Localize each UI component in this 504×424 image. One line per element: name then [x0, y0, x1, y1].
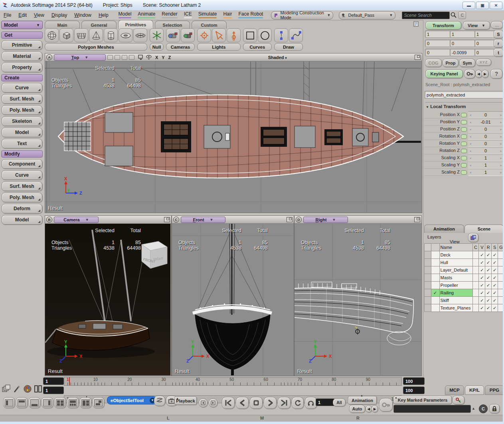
prev-key-icon[interactable]: ◀	[475, 70, 482, 78]
memo-cam-4[interactable]	[129, 55, 134, 60]
maximize-button[interactable]: ▣	[476, 2, 489, 9]
memo-cam-2[interactable]	[115, 55, 120, 60]
playback-menu-button[interactable]: ▲Playback	[174, 396, 197, 405]
translate-z-field[interactable]: 0	[474, 49, 495, 56]
sidebar-item-create-surf-mesh[interactable]: Surf. Mesh◢	[2, 94, 42, 104]
rotate-z-field[interactable]: 0	[474, 39, 495, 47]
layout-preset-7-button[interactable]	[80, 397, 91, 408]
menu-help[interactable]: Help	[95, 12, 112, 18]
viewport-a-canvas[interactable]: SelectedTotalObjects185Triangles45386449…	[45, 61, 421, 212]
layer-row-propeller[interactable]: Propeller✓✓✓	[425, 282, 504, 289]
object-name-field[interactable]: polymsh_extracted	[425, 91, 504, 99]
shelf-circle-curve-icon[interactable]	[258, 28, 272, 42]
tab-main[interactable]: Main	[45, 21, 80, 29]
tab-general[interactable]: General	[81, 21, 117, 29]
param-field-scaling-z[interactable]: ◂1▸	[468, 169, 503, 176]
memo-cam-3[interactable]	[122, 55, 127, 60]
layout-preset-4-button[interactable]	[42, 397, 53, 408]
play-button[interactable]	[264, 397, 277, 409]
menu-edit[interactable]: Edit	[15, 12, 30, 18]
transform-more-button[interactable]: ...	[491, 21, 503, 29]
menu-display[interactable]: Display	[48, 12, 71, 18]
animation-menu-button[interactable]: ▲Animation	[348, 396, 377, 404]
go-start-button[interactable]	[222, 397, 235, 409]
xyz-filter-button[interactable]: XYZ	[476, 59, 491, 66]
tab-primitives[interactable]: Primitives	[118, 20, 153, 29]
local-transform-header[interactable]: ▼ Local Transform	[426, 104, 466, 109]
module-select[interactable]: Model▼	[1, 21, 43, 29]
module-menu-simulate[interactable]: Simulate	[195, 11, 220, 18]
key-marked-params-button[interactable]: ▲Key Marked Parameters	[393, 396, 452, 404]
scale-z-field[interactable]: 1	[474, 30, 495, 38]
module-menu-model[interactable]: Model	[115, 11, 135, 18]
prev-keyframe-icon[interactable]: ◀	[366, 405, 372, 412]
layout-preset-1-button[interactable]	[3, 397, 15, 408]
next-frame-button[interactable]	[209, 398, 217, 407]
character-key-icon[interactable]: C	[479, 404, 488, 413]
sidebar-item-create-skeleton[interactable]: Skeleton◢	[2, 116, 42, 126]
anim-divot-rotation-x[interactable]	[461, 134, 467, 139]
minimize-button[interactable]: ▬	[462, 2, 475, 9]
sidebar-item-create-text[interactable]: Text◢	[2, 139, 42, 148]
module-menu-hair[interactable]: Hair	[220, 11, 235, 18]
all-button[interactable]: All	[333, 398, 346, 406]
sidebar-item-modify-poly-mesh[interactable]: Poly. Mesh◢	[2, 193, 42, 202]
next-key-icon[interactable]: ▶	[482, 70, 488, 78]
end-frame-field[interactable]: 100	[403, 377, 425, 385]
viewport-c-view-select[interactable]: Front▼	[181, 217, 225, 223]
rotate-mode-button[interactable]: r	[494, 39, 503, 47]
viewport-c-canvas[interactable]: SelectedTotalObjects185Triangles45386449…	[172, 224, 293, 375]
sidebar-item-get-property[interactable]: Property◢	[2, 63, 42, 72]
anim-divot-position-z[interactable]	[461, 127, 467, 132]
sidebar-item-create-poly-mesh[interactable]: Poly. Mesh◢	[2, 105, 42, 115]
anim-divot-scaling-z[interactable]	[461, 170, 467, 175]
menu-view[interactable]: View	[30, 12, 48, 18]
new-layer-icon[interactable]	[468, 233, 478, 242]
sidebar-item-modify-curve[interactable]: Curve◢	[2, 170, 42, 180]
shelf-square-curve-icon[interactable]	[243, 28, 257, 42]
sidebar-item-create-model[interactable]: Model◢	[2, 128, 42, 137]
shelf-camera-alt-icon[interactable]	[181, 28, 195, 42]
search-clear-button[interactable]: C	[458, 11, 466, 19]
transform-view-select[interactable]: View▼	[463, 21, 490, 30]
shelf-group-label-cameras[interactable]: Cameras	[166, 43, 195, 51]
layer-row-texture-planes[interactable]: Texture_Planes✓✓✓	[425, 304, 504, 312]
tab-scene[interactable]: Scene	[464, 225, 504, 233]
module-menu-face-robot[interactable]: Face Robot	[235, 11, 266, 18]
translate-mode-button[interactable]: t	[494, 48, 503, 57]
anim-divot-scaling-x[interactable]	[461, 156, 467, 160]
go-end-button[interactable]	[278, 397, 291, 409]
pass-select[interactable]: Default_Pass▼	[339, 11, 395, 20]
layers-menu[interactable]: Layers◢	[427, 235, 504, 239]
param-field-position-x[interactable]: ◂0▸	[468, 111, 503, 118]
shelf-group-label-null[interactable]: Null	[150, 43, 164, 51]
cog-button[interactable]: COG	[425, 59, 442, 67]
shelf-disc-icon[interactable]	[133, 28, 147, 42]
shelf-torus-icon[interactable]	[119, 28, 132, 42]
marked-parameter-select[interactable]	[393, 405, 471, 413]
scene-search-input[interactable]	[402, 12, 450, 19]
timeline-playhead[interactable]	[69, 377, 70, 385]
next-keyframe-icon[interactable]: ▶	[372, 405, 378, 412]
layer-row-deck[interactable]: Deck✓✓✓	[425, 251, 504, 259]
param-field-rotation-y[interactable]: ◂0▸	[468, 140, 503, 147]
layer-row-hull[interactable]: Hull✓✓✓	[425, 259, 504, 266]
translate-y-field[interactable]: -0.0099	[450, 49, 476, 56]
shelf-draw-curve-icon[interactable]	[289, 28, 303, 42]
rotate-x-field[interactable]: 0	[425, 39, 451, 47]
tab-mcp[interactable]: MCP	[445, 385, 464, 395]
viewport-b-canvas[interactable]: FRONT RIGHT SelectedTotalObjects185Trian…	[45, 224, 170, 375]
menu-file[interactable]: File	[0, 12, 15, 18]
anim-divot-scaling-y[interactable]	[461, 163, 467, 168]
viewport-d-view-select[interactable]: Right▼	[303, 217, 348, 223]
module-menu-animate[interactable]: Animate	[134, 11, 158, 18]
anim-divot-rotation-z[interactable]	[461, 149, 467, 153]
construction-mode-select[interactable]: Modeling Construction Mode▼	[271, 11, 333, 20]
anim-divot-position-x[interactable]	[461, 113, 467, 117]
prev-frame-button[interactable]	[199, 398, 208, 407]
scale-x-field[interactable]: 1	[425, 30, 451, 38]
viewport-b-view-select[interactable]: Camera▼	[54, 217, 99, 223]
module-menu-render[interactable]: Render	[158, 11, 180, 18]
xyz-axis-buttons[interactable]: X Y Z	[155, 55, 172, 60]
layer-row-railing[interactable]: ✓Railing✓✓✓	[425, 289, 504, 297]
